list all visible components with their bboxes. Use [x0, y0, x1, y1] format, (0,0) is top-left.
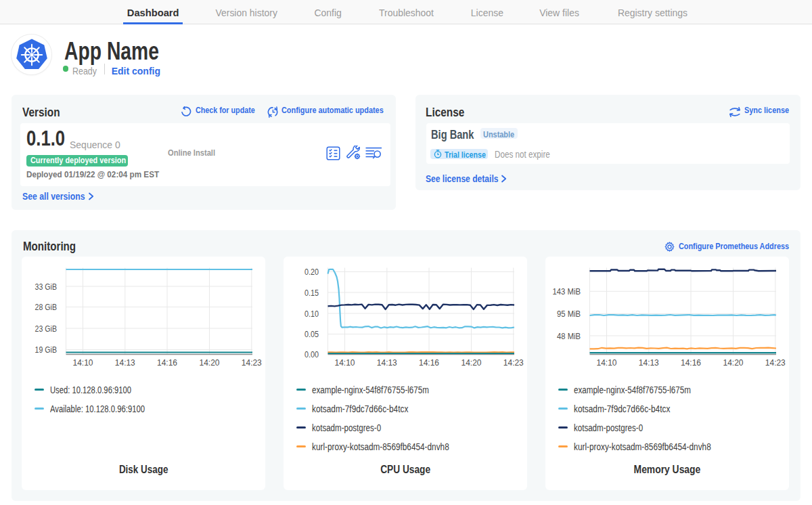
svg-text:0.10: 0.10	[304, 309, 319, 319]
svg-text:14:23: 14:23	[503, 357, 524, 368]
svg-text:143 MiB: 143 MiB	[552, 286, 581, 297]
svg-text:33 GiB: 33 GiB	[35, 282, 58, 292]
svg-text:14:10: 14:10	[73, 357, 93, 368]
svg-text:48 MiB: 48 MiB	[557, 331, 581, 341]
svg-text:14:23: 14:23	[242, 357, 262, 368]
svg-text:14:16: 14:16	[681, 357, 701, 368]
svg-text:14:16: 14:16	[419, 357, 439, 368]
svg-text:14:20: 14:20	[200, 357, 220, 368]
svg-text:14:10: 14:10	[597, 357, 617, 368]
svg-text:23 GiB: 23 GiB	[35, 324, 58, 334]
svg-text:14:13: 14:13	[639, 357, 659, 368]
svg-text:0.00: 0.00	[304, 349, 319, 359]
svg-text:14:13: 14:13	[377, 357, 397, 368]
svg-text:14:10: 14:10	[335, 357, 355, 368]
svg-text:14:20: 14:20	[723, 357, 744, 368]
svg-text:0.15: 0.15	[304, 288, 319, 298]
svg-text:28 GiB: 28 GiB	[35, 302, 58, 312]
svg-text:95 MiB: 95 MiB	[557, 309, 581, 319]
svg-text:14:23: 14:23	[765, 357, 786, 368]
svg-text:14:20: 14:20	[461, 357, 482, 368]
svg-text:0.20: 0.20	[304, 267, 319, 277]
svg-text:0.05: 0.05	[304, 329, 319, 339]
svg-text:19 GiB: 19 GiB	[35, 345, 58, 355]
svg-text:14:13: 14:13	[115, 357, 135, 368]
svg-text:14:16: 14:16	[157, 357, 177, 368]
